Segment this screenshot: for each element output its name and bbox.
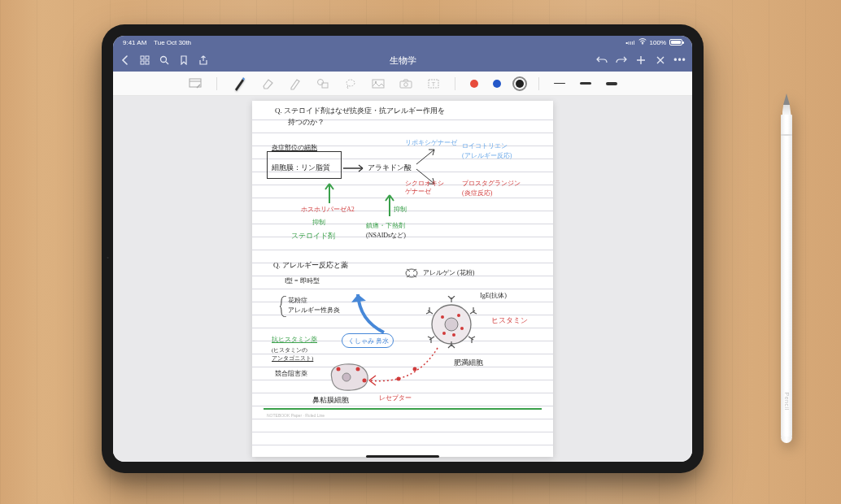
drawing-toolbar: T	[113, 72, 692, 96]
note-arachidonic: アラキドン酸	[368, 163, 412, 173]
note-box-top: 炎症部位の細胞	[272, 143, 317, 152]
toolbar-divider	[455, 77, 455, 90]
svg-rect-4	[146, 61, 149, 64]
bookmark-button[interactable]	[178, 54, 190, 66]
svg-point-30	[406, 269, 417, 277]
thumbnails-button[interactable]	[139, 54, 150, 66]
stroke-medium[interactable]	[580, 82, 591, 85]
redo-button[interactable]	[616, 54, 627, 66]
pencil-cap	[781, 437, 792, 443]
search-button[interactable]	[159, 54, 170, 66]
svg-point-16	[403, 82, 407, 86]
note-leukotriene2: (アレルギー反応)	[462, 151, 512, 160]
app-navbar: 生物学 •••	[113, 49, 692, 72]
readonly-tool[interactable]	[189, 77, 202, 90]
note-pg2: (炎症反応)	[462, 189, 492, 198]
stroke-thin[interactable]	[554, 83, 565, 84]
image-tool[interactable]	[372, 77, 385, 90]
status-date: Tue Oct 30th	[154, 39, 191, 46]
svg-point-25	[337, 367, 341, 371]
stroke-thick[interactable]	[606, 82, 617, 85]
note-ige: IgE(抗体)	[480, 291, 507, 300]
toolbar-divider	[538, 77, 539, 90]
note-nsaids1: 鎮痛・下熱剤	[366, 221, 405, 230]
svg-line-20	[416, 150, 434, 164]
pencil-tip	[783, 93, 790, 105]
arrow-icon	[343, 164, 368, 172]
svg-point-41	[452, 333, 455, 337]
svg-point-0	[642, 43, 643, 45]
note-q1-line2: 持つのか？	[288, 117, 325, 128]
svg-point-38	[457, 314, 460, 317]
svg-point-37	[441, 315, 444, 319]
note-allergen: アレルゲン (花粉)	[423, 268, 474, 277]
green-underline	[264, 408, 542, 410]
pencil-label: Pencil	[784, 392, 790, 410]
note-compete: 競合阻害薬	[275, 369, 307, 378]
svg-rect-2	[146, 56, 149, 59]
textbox-tool[interactable]: T	[427, 77, 440, 90]
note-leukotriene1: ロイコトリエン	[462, 141, 508, 150]
back-button[interactable]	[120, 54, 131, 66]
note-page[interactable]: Q. ステロイド剤はなぜ抗炎症・抗アレルギー作用を 持つのか？ 炎症部位の細胞 …	[252, 101, 553, 457]
svg-text:T: T	[431, 80, 435, 88]
allergen-icon	[403, 267, 420, 280]
apple-pencil: Pencil	[781, 93, 792, 443]
note-cox2: ゲナーゼ	[405, 187, 431, 196]
add-button[interactable]	[635, 54, 647, 66]
ipad-screen: 9:41 AM Tue Oct 30th •ıııl 100%	[113, 36, 692, 462]
battery-icon	[669, 39, 682, 46]
note-phospholipase: ホスホリパーゼA2	[301, 205, 355, 214]
camera-tool[interactable]	[399, 77, 412, 90]
home-indicator[interactable]	[366, 455, 439, 458]
note-ex1: 花粉症	[288, 296, 307, 305]
svg-point-24	[342, 373, 351, 381]
signal-icon: •ıııl	[625, 39, 634, 46]
note-antagonist2: アンタゴニスト)	[272, 354, 313, 363]
svg-point-28	[413, 367, 417, 371]
shape-tool[interactable]	[316, 77, 329, 90]
svg-rect-1	[141, 56, 144, 59]
lasso-tool[interactable]	[344, 77, 357, 90]
note-box-main: 細胞膜：リン脂質	[272, 163, 330, 173]
blue-flow-arrow-icon	[351, 288, 392, 337]
brace-icon	[280, 296, 288, 317]
more-button[interactable]: •••	[674, 54, 686, 66]
note-antihistamine: 抗ヒスタミン薬	[272, 335, 317, 344]
highlighter-tool[interactable]	[289, 77, 302, 90]
color-red[interactable]	[470, 80, 478, 88]
note-nsaids2: (NSAIDsなど)	[366, 231, 406, 240]
undo-button[interactable]	[596, 54, 608, 66]
pencil-cone	[782, 105, 791, 115]
note-histamine: ヒスタミン	[491, 315, 528, 326]
color-black[interactable]	[516, 80, 524, 88]
note-inhibit1: 抑制	[312, 218, 325, 227]
note-receptor: レセプター	[379, 393, 412, 402]
battery-pct: 100%	[650, 39, 666, 46]
wifi-icon	[638, 38, 647, 46]
pen-tool[interactable]	[232, 76, 246, 91]
note-pg1: プロスタグランジン	[462, 179, 521, 188]
toolbar-divider	[216, 77, 217, 90]
color-blue[interactable]	[493, 80, 501, 88]
note-antagonist1: (ヒスタミンの	[272, 346, 307, 354]
page-footer-text: NOTEBOOK Paper · Ruled Line	[267, 413, 325, 418]
svg-point-40	[442, 332, 446, 335]
status-right: •ıııl 100%	[625, 38, 682, 46]
close-button[interactable]	[655, 54, 666, 66]
document-title: 生物学	[390, 54, 416, 67]
note-mastcell: 肥満細胞	[454, 358, 483, 368]
green-arrow-icon	[324, 182, 335, 205]
note-ex2: アレルギー性鼻炎	[288, 306, 340, 315]
svg-line-6	[166, 62, 168, 64]
svg-rect-15	[400, 81, 412, 88]
svg-rect-13	[373, 80, 384, 88]
note-mucosal: 鼻粘膜細胞	[312, 395, 349, 406]
canvas-area[interactable]: Q. ステロイド剤はなぜ抗炎症・抗アレルギー作用を 持つのか？ 炎症部位の細胞 …	[113, 96, 692, 462]
note-q1-line1: Q. ステロイド剤はなぜ抗炎症・抗アレルギー作用を	[275, 106, 445, 116]
note-lipoxygenase: リポキシゲナーゼ	[405, 138, 457, 147]
share-button[interactable]	[198, 54, 209, 66]
ios-status-bar: 9:41 AM Tue Oct 30th •ıııl 100%	[113, 36, 692, 49]
note-inhibit2: 抑制	[394, 205, 407, 214]
eraser-tool[interactable]	[261, 77, 274, 90]
